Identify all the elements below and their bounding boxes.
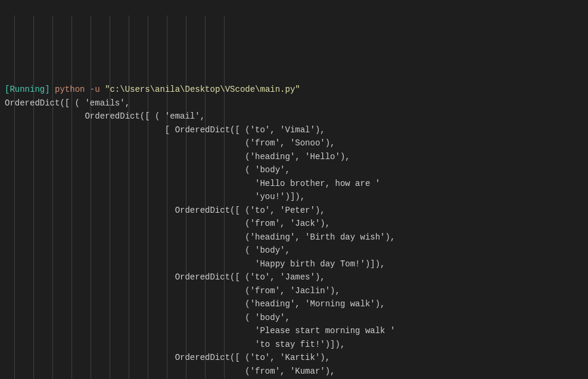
output-line: OrderedDict([ ( 'email', <box>5 111 205 121</box>
output-line: 'to stay fit!')]), <box>5 340 345 349</box>
output-line: ('from', 'Jack'), <box>5 219 330 228</box>
interpreter-command: python -u <box>55 85 100 94</box>
terminal-output[interactable]: [Running] python -u "c:\Users\anila\Desk… <box>5 83 583 379</box>
output-line: OrderedDict([ ('to', 'James'), <box>5 272 325 282</box>
output-line: ( 'body', <box>5 246 290 255</box>
output-line: 'Hello brother, how are ' <box>5 179 380 188</box>
output-line: ( 'body', <box>5 165 290 175</box>
output-line: ('heading', 'Morning walk'), <box>5 299 385 309</box>
script-path: "c:\Users\anila\Desktop\VScode\main.py" <box>105 85 300 94</box>
output-line: ('from', 'Jaclin'), <box>5 286 340 296</box>
output-line: OrderedDict([ ('to', 'Kartik'), <box>5 353 330 362</box>
output-line: ( 'body', <box>5 313 290 322</box>
output-line: [ OrderedDict([ ('to', 'Vimal'), <box>5 125 325 135</box>
output-line: OrderedDict([ ('to', 'Peter'), <box>5 206 325 215</box>
output-line: ('from', 'Kumar'), <box>5 366 335 376</box>
running-tag: [Running] <box>5 85 50 94</box>
output-line: 'you!')]), <box>5 192 305 201</box>
output-line: ('heading', 'Hello'), <box>5 152 350 161</box>
output-line: 'Happy birth day Tom!')]), <box>5 259 385 269</box>
output-line: ('heading', 'Birth day wish'), <box>5 232 395 242</box>
output-line: OrderedDict([ ( 'emails', <box>5 98 130 108</box>
output-line: ('from', 'Sonoo'), <box>5 138 335 148</box>
output-line: 'Please start morning walk ' <box>5 326 395 335</box>
